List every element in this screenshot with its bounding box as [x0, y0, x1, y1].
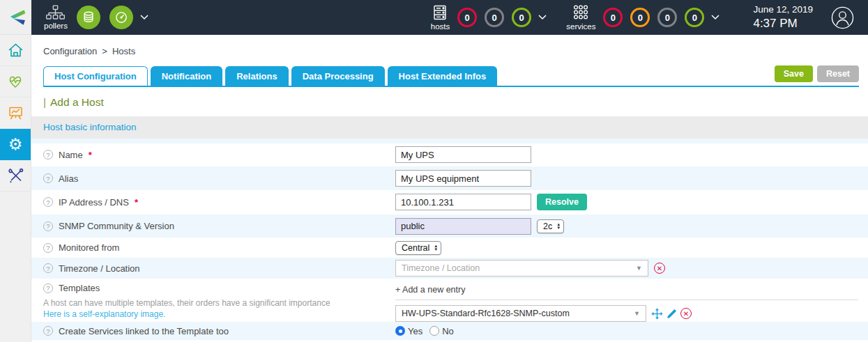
add-template-entry-link[interactable]: + Add a new entry [395, 285, 465, 300]
services-ok-badge[interactable]: 0 [685, 8, 704, 27]
home-icon [7, 42, 24, 59]
timezone-label: Timezone / Location [59, 263, 140, 274]
templates-help-text: A host can have multiple templates, thei… [43, 298, 395, 308]
chart-easel-icon [7, 104, 24, 121]
form-row-monitored-from: Monitored from Central ▲▼ [31, 238, 868, 258]
dropdown-arrow-icon: ▼ [636, 265, 642, 272]
tab-bar: Host Configuration Notification Relation… [43, 65, 859, 87]
top-status-bar: pollers [31, 0, 868, 35]
monitored-from-select[interactable]: Central ▲▼ [395, 241, 441, 255]
save-button[interactable]: Save [775, 65, 813, 82]
services-critical-badge[interactable]: 0 [603, 8, 623, 27]
create-services-no-radio[interactable]: No [429, 326, 454, 336]
centreon-logo-icon [5, 6, 27, 29]
templates-example-link[interactable]: Here is a self-explanatory image. [43, 309, 395, 319]
gear-icon: ⚙ [8, 137, 23, 153]
help-icon[interactable] [43, 197, 53, 207]
user-menu[interactable] [831, 6, 854, 29]
help-icon[interactable] [43, 150, 53, 160]
services-menu[interactable]: services [566, 4, 595, 31]
form-row-ip: IP Address / DNS * Resolve [31, 190, 868, 215]
help-icon[interactable] [43, 173, 53, 183]
services-warning-badge[interactable]: 0 [630, 8, 650, 27]
sidebar-item-monitoring[interactable] [0, 66, 31, 98]
tab-host-configuration[interactable]: Host Configuration [43, 66, 148, 86]
radio-unselected-icon [429, 326, 439, 336]
services-status-group: services 0 0 0 0 [566, 4, 719, 31]
centreon-logo[interactable] [0, 0, 31, 35]
help-icon[interactable] [43, 326, 53, 336]
hosts-up-badge[interactable]: 0 [512, 8, 531, 27]
services-label: services [566, 22, 595, 31]
tab-notification[interactable]: Notification [151, 66, 223, 86]
create-services-yes-radio[interactable]: Yes [395, 326, 422, 336]
templates-divider [395, 300, 858, 300]
help-icon[interactable] [43, 263, 53, 273]
resolve-button[interactable]: Resolve [537, 194, 587, 210]
breadcrumb-hosts[interactable]: Hosts [112, 46, 135, 56]
form-row-name: Name * [31, 143, 868, 167]
timezone-select[interactable]: Timezone / Location ▼ [395, 260, 648, 277]
name-label: Name [59, 150, 83, 160]
hosts-status-group: hosts 0 0 0 [431, 4, 547, 31]
hosts-icon [432, 4, 448, 21]
sidebar: ⚙ [0, 35, 31, 342]
template-delete-icon[interactable] [680, 308, 692, 319]
title-bar-glyph: | [43, 96, 46, 108]
name-input[interactable] [395, 146, 531, 163]
pollers-icon [46, 5, 65, 20]
user-icon [831, 6, 854, 29]
sidebar-item-reporting[interactable] [0, 98, 31, 129]
reset-button[interactable]: Reset [817, 65, 859, 82]
alias-input[interactable] [395, 170, 531, 187]
pollers-chevron-down-icon[interactable] [140, 15, 149, 20]
create-services-label: Create Services linked to the Template t… [59, 326, 229, 336]
form-row-alias: Alias [31, 166, 868, 190]
tab-host-extended-infos[interactable]: Host Extended Infos [388, 66, 498, 86]
select-spinner-icon: ▲▼ [556, 223, 561, 229]
database-status-button[interactable] [77, 6, 100, 29]
form-row-templates: Templates A host can have multiple templ… [31, 279, 868, 322]
template-edit-icon[interactable] [667, 309, 677, 319]
snmp-community-input[interactable] [395, 218, 531, 235]
pollers-button[interactable]: pollers [44, 5, 68, 30]
form-row-snmp: SNMP Community & Version 2c ▲▼ [31, 215, 868, 238]
form-row-create-services: Create Services linked to the Template t… [31, 322, 868, 340]
row-spacer [31, 139, 868, 143]
form-row-timezone: Timezone / Location Timezone / Location … [31, 258, 868, 279]
page-title: |Add a Host [43, 96, 868, 109]
services-icon [572, 4, 590, 21]
sidebar-item-home[interactable] [0, 35, 31, 66]
hosts-unreachable-badge[interactable]: 0 [485, 8, 504, 27]
gauge-status-button[interactable] [109, 6, 133, 29]
snmp-version-select[interactable]: 2c ▲▼ [537, 219, 564, 233]
help-icon[interactable] [43, 283, 53, 293]
monitored-from-label: Monitored from [59, 242, 119, 253]
timezone-clear-icon[interactable] [654, 263, 665, 274]
help-icon[interactable] [43, 243, 53, 253]
ip-label: IP Address / DNS [59, 197, 129, 208]
hosts-label: hosts [431, 22, 450, 31]
services-chevron-down-icon[interactable] [711, 15, 719, 20]
help-icon[interactable] [43, 221, 53, 231]
breadcrumb: Configuration>Hosts [31, 35, 868, 56]
top-bar: pollers [0, 0, 868, 35]
sidebar-item-configuration[interactable]: ⚙ [0, 129, 31, 160]
breadcrumb-separator: > [102, 46, 107, 56]
heartbeat-icon [6, 73, 24, 90]
hosts-down-badge[interactable]: 0 [457, 8, 477, 27]
hosts-chevron-down-icon[interactable] [538, 15, 547, 20]
pollers-group: pollers [44, 5, 149, 30]
sidebar-item-administration[interactable] [0, 160, 31, 192]
template-select[interactable]: HW-UPS-Standard-Rfc1628-SNMP-custom ▼ [395, 305, 646, 322]
ip-input[interactable] [395, 194, 531, 210]
hosts-menu[interactable]: hosts [431, 4, 450, 31]
template-move-icon[interactable] [651, 308, 663, 320]
pollers-label: pollers [44, 22, 68, 30]
breadcrumb-configuration[interactable]: Configuration [43, 46, 97, 56]
tab-relations[interactable]: Relations [225, 66, 289, 86]
services-unknown-badge[interactable]: 0 [657, 8, 677, 27]
clock: June 12, 2019 4:37 PM [753, 4, 813, 31]
tab-data-processing[interactable]: Data Processing [291, 66, 385, 86]
radio-selected-icon [395, 326, 405, 336]
